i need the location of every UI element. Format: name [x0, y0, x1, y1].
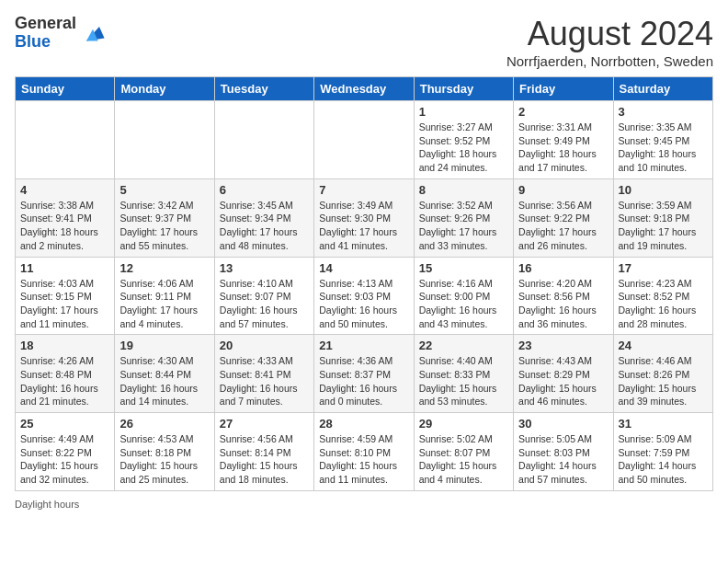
day-info: Sunrise: 3:52 AM Sunset: 9:26 PM Dayligh… — [419, 199, 508, 253]
day-info: Sunrise: 4:10 AM Sunset: 9:07 PM Dayligh… — [220, 277, 309, 331]
calendar-cell: 26Sunrise: 4:53 AM Sunset: 8:18 PM Dayli… — [115, 413, 214, 491]
day-number: 14 — [319, 261, 408, 275]
calendar-week-row: 1Sunrise: 3:27 AM Sunset: 9:52 PM Daylig… — [16, 101, 713, 179]
calendar-week-row: 18Sunrise: 4:26 AM Sunset: 8:48 PM Dayli… — [16, 335, 713, 413]
day-number: 19 — [119, 339, 209, 352]
day-info: Sunrise: 3:31 AM Sunset: 9:49 PM Dayligh… — [518, 121, 608, 175]
logo-text: General Blue — [15, 15, 76, 52]
calendar-cell: 22Sunrise: 4:40 AM Sunset: 8:33 PM Dayli… — [414, 335, 513, 413]
day-info: Sunrise: 4:46 AM Sunset: 8:26 PM Dayligh… — [619, 354, 708, 408]
day-number: 27 — [220, 417, 309, 431]
calendar-cell: 1Sunrise: 3:27 AM Sunset: 9:52 PM Daylig… — [414, 101, 513, 179]
calendar-cell: 12Sunrise: 4:06 AM Sunset: 9:11 PM Dayli… — [115, 257, 214, 335]
calendar-cell: 20Sunrise: 4:33 AM Sunset: 8:41 PM Dayli… — [214, 335, 313, 413]
day-number: 21 — [319, 339, 408, 352]
calendar-cell — [314, 101, 414, 179]
day-header-monday: Monday — [115, 77, 214, 101]
day-info: Sunrise: 3:35 AM Sunset: 9:45 PM Dayligh… — [619, 121, 708, 175]
day-number: 31 — [619, 417, 708, 431]
calendar-cell: 19Sunrise: 4:30 AM Sunset: 8:44 PM Dayli… — [115, 335, 214, 413]
calendar-cell: 21Sunrise: 4:36 AM Sunset: 8:37 PM Dayli… — [314, 335, 414, 413]
calendar-cell — [115, 101, 214, 179]
location-title: Norrfjaerden, Norrbotten, Sweden — [506, 53, 713, 69]
day-info: Sunrise: 4:13 AM Sunset: 9:03 PM Dayligh… — [319, 277, 408, 331]
calendar-week-row: 4Sunrise: 3:38 AM Sunset: 9:41 PM Daylig… — [16, 178, 713, 257]
day-number: 16 — [518, 261, 608, 275]
calendar-cell: 15Sunrise: 4:16 AM Sunset: 9:00 PM Dayli… — [414, 257, 513, 335]
page-header: General Blue August 2024 Norrfjaerden, N… — [15, 15, 713, 69]
month-title: August 2024 — [506, 15, 713, 53]
day-info: Sunrise: 5:02 AM Sunset: 8:07 PM Dayligh… — [419, 432, 508, 487]
logo: General Blue — [15, 15, 106, 52]
day-number: 25 — [20, 417, 109, 431]
day-info: Sunrise: 4:26 AM Sunset: 8:48 PM Dayligh… — [20, 354, 109, 408]
calendar-cell: 16Sunrise: 4:20 AM Sunset: 8:56 PM Dayli… — [514, 257, 613, 335]
day-number: 29 — [419, 417, 508, 431]
day-number: 20 — [220, 339, 309, 352]
day-info: Sunrise: 3:45 AM Sunset: 9:34 PM Dayligh… — [220, 199, 309, 253]
calendar-cell: 4Sunrise: 3:38 AM Sunset: 9:41 PM Daylig… — [16, 178, 115, 257]
day-info: Sunrise: 4:33 AM Sunset: 8:41 PM Dayligh… — [220, 354, 309, 408]
day-info: Sunrise: 4:49 AM Sunset: 8:22 PM Dayligh… — [20, 432, 109, 487]
calendar-cell: 13Sunrise: 4:10 AM Sunset: 9:07 PM Dayli… — [214, 257, 313, 335]
day-header-saturday: Saturday — [613, 77, 712, 101]
calendar-cell: 8Sunrise: 3:52 AM Sunset: 9:26 PM Daylig… — [414, 178, 513, 257]
calendar-cell: 25Sunrise: 4:49 AM Sunset: 8:22 PM Dayli… — [16, 413, 115, 491]
day-number: 12 — [119, 261, 209, 275]
day-info: Sunrise: 3:56 AM Sunset: 9:22 PM Dayligh… — [518, 199, 608, 253]
day-number: 4 — [20, 183, 109, 197]
calendar-cell — [214, 101, 313, 179]
day-info: Sunrise: 3:38 AM Sunset: 9:41 PM Dayligh… — [20, 199, 109, 253]
calendar-cell: 14Sunrise: 4:13 AM Sunset: 9:03 PM Dayli… — [314, 257, 414, 335]
calendar-cell: 28Sunrise: 4:59 AM Sunset: 8:10 PM Dayli… — [314, 413, 414, 491]
day-info: Sunrise: 4:56 AM Sunset: 8:14 PM Dayligh… — [220, 432, 309, 487]
day-number: 22 — [419, 339, 508, 352]
calendar-cell: 29Sunrise: 5:02 AM Sunset: 8:07 PM Dayli… — [414, 413, 513, 491]
calendar-header-row: SundayMondayTuesdayWednesdayThursdayFrid… — [16, 77, 713, 101]
day-number: 17 — [619, 261, 708, 275]
day-number: 24 — [619, 339, 708, 352]
day-number: 26 — [119, 417, 209, 431]
day-number: 5 — [119, 183, 209, 197]
day-number: 2 — [518, 105, 608, 119]
day-info: Sunrise: 3:59 AM Sunset: 9:18 PM Dayligh… — [619, 199, 708, 253]
day-info: Sunrise: 4:06 AM Sunset: 9:11 PM Dayligh… — [119, 277, 209, 331]
day-number: 30 — [518, 417, 608, 431]
day-info: Sunrise: 4:03 AM Sunset: 9:15 PM Dayligh… — [20, 277, 109, 331]
day-number: 15 — [419, 261, 508, 275]
calendar-cell — [16, 101, 115, 179]
day-info: Sunrise: 4:36 AM Sunset: 8:37 PM Dayligh… — [319, 354, 408, 408]
calendar-cell: 11Sunrise: 4:03 AM Sunset: 9:15 PM Dayli… — [16, 257, 115, 335]
day-header-thursday: Thursday — [414, 77, 513, 101]
calendar-cell: 17Sunrise: 4:23 AM Sunset: 8:52 PM Dayli… — [613, 257, 712, 335]
day-number: 6 — [220, 183, 309, 197]
day-number: 1 — [419, 105, 508, 119]
day-info: Sunrise: 4:40 AM Sunset: 8:33 PM Dayligh… — [419, 354, 508, 408]
day-info: Sunrise: 4:53 AM Sunset: 8:18 PM Dayligh… — [119, 432, 209, 487]
day-number: 9 — [518, 183, 608, 197]
day-number: 8 — [419, 183, 508, 197]
day-info: Sunrise: 5:09 AM Sunset: 7:59 PM Dayligh… — [619, 432, 708, 487]
day-info: Sunrise: 4:43 AM Sunset: 8:29 PM Dayligh… — [518, 354, 608, 408]
calendar-cell: 3Sunrise: 3:35 AM Sunset: 9:45 PM Daylig… — [613, 101, 712, 179]
day-number: 28 — [319, 417, 408, 431]
day-number: 23 — [518, 339, 608, 352]
day-info: Sunrise: 3:42 AM Sunset: 9:37 PM Dayligh… — [119, 199, 209, 253]
day-number: 13 — [220, 261, 309, 275]
calendar-cell: 23Sunrise: 4:43 AM Sunset: 8:29 PM Dayli… — [514, 335, 613, 413]
day-info: Sunrise: 3:49 AM Sunset: 9:30 PM Dayligh… — [319, 199, 408, 253]
daylight-label: Daylight hours — [15, 499, 79, 510]
day-info: Sunrise: 4:30 AM Sunset: 8:44 PM Dayligh… — [119, 354, 209, 408]
day-header-sunday: Sunday — [16, 77, 115, 101]
calendar-cell: 7Sunrise: 3:49 AM Sunset: 9:30 PM Daylig… — [314, 178, 414, 257]
day-info: Sunrise: 4:16 AM Sunset: 9:00 PM Dayligh… — [419, 277, 508, 331]
logo-icon — [80, 20, 106, 46]
day-header-friday: Friday — [514, 77, 613, 101]
calendar-cell: 31Sunrise: 5:09 AM Sunset: 7:59 PM Dayli… — [613, 413, 712, 491]
calendar-cell: 9Sunrise: 3:56 AM Sunset: 9:22 PM Daylig… — [514, 178, 613, 257]
title-block: August 2024 Norrfjaerden, Norrbotten, Sw… — [506, 15, 713, 69]
logo-general: General — [15, 15, 76, 33]
calendar-cell: 24Sunrise: 4:46 AM Sunset: 8:26 PM Dayli… — [613, 335, 712, 413]
calendar-cell: 10Sunrise: 3:59 AM Sunset: 9:18 PM Dayli… — [613, 178, 712, 257]
calendar-cell: 5Sunrise: 3:42 AM Sunset: 9:37 PM Daylig… — [115, 178, 214, 257]
